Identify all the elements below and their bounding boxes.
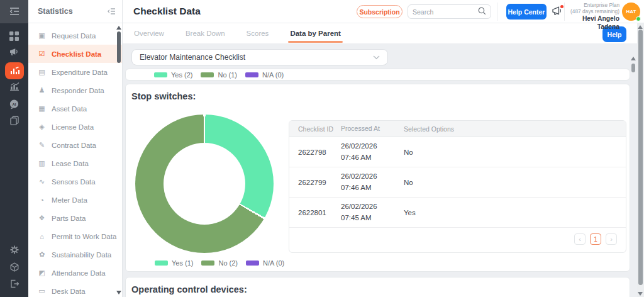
documents-icon[interactable]: [0, 116, 28, 125]
table-pagination: ‹ 1 ›: [289, 228, 626, 250]
scroll-down-arrow[interactable]: [116, 291, 121, 294]
column-selected-options: Selected Options: [399, 125, 626, 133]
sidebar-scrollbar[interactable]: [116, 23, 122, 297]
stop-switches-table: Checklist ID Processed At Selected Optio…: [289, 120, 626, 253]
cell-selected-option: No: [399, 148, 626, 156]
announcement-icon[interactable]: [0, 47, 28, 56]
sidebar-item-desk-data[interactable]: ▭Desk Data: [28, 282, 122, 297]
tab-break-down[interactable]: Break Down: [186, 24, 225, 43]
legend-swatch-yes: [155, 261, 168, 266]
content-scroll-thumb[interactable]: [631, 64, 635, 72]
sidebar-item-attendance-data[interactable]: ◩Attendance Data: [28, 264, 122, 282]
collapse-sidebar-icon[interactable]: [108, 6, 116, 17]
legend-label: N/A (0): [263, 259, 284, 267]
checklist-select[interactable]: Elevator Maintenance Checklist: [131, 49, 388, 65]
sidebar-item-label: Sustainability Data: [52, 251, 111, 259]
sidebar-item-parts-data[interactable]: ❖Parts Data: [28, 209, 122, 227]
sensor-wave-icon: ∿: [38, 177, 46, 186]
plan-name: Enterprise Plan: [565, 2, 619, 8]
legend-label: No (2): [218, 259, 238, 267]
page-scroll-thumb[interactable]: [638, 30, 643, 285]
dashboard-grid-icon[interactable]: [0, 31, 28, 41]
avatar[interactable]: HAT: [622, 3, 640, 21]
page-scrollbar[interactable]: [637, 23, 644, 297]
hard-hat-icon: ⌂: [38, 233, 46, 240]
scroll-up-arrow[interactable]: [638, 25, 643, 29]
sidebar-item-asset-data[interactable]: ▦Asset Data: [28, 99, 122, 118]
sidebar-item-license-data[interactable]: ◈License Data: [28, 118, 122, 136]
ai-assistant-icon[interactable]: AI: [0, 99, 28, 109]
sidebar-item-label: Parts Data: [52, 215, 86, 222]
table-row: 2622801 26/02/202607:45 AM Yes: [289, 198, 626, 228]
announcements-icon[interactable]: [552, 6, 563, 17]
section-title: Stop switches:: [131, 91, 196, 101]
sidebar-item-meter-data[interactable]: ◔Meter Data: [28, 191, 122, 209]
app-rail: AI: [0, 0, 28, 297]
contract-icon: ✎: [38, 141, 46, 149]
sidebar-item-label: Meter Data: [52, 196, 87, 204]
cell-selected-option: Yes: [399, 209, 626, 216]
help-center-button[interactable]: Help Center: [506, 4, 547, 20]
subscription-button[interactable]: Subscription: [357, 5, 402, 18]
content-scrollbar[interactable]: [631, 57, 636, 60]
pagination-next-button[interactable]: ›: [606, 233, 617, 245]
data-by-parent-panel: Elevator Maintenance Checklist Yes (2) N…: [123, 44, 644, 297]
sidebar-item-sensors-data[interactable]: ∿Sensors Data: [28, 172, 122, 191]
sidebar-item-label: Checklist Data: [52, 50, 101, 58]
search-icon[interactable]: [478, 6, 486, 18]
statistics-icon[interactable]: [5, 62, 24, 79]
legend-label: N/A (0): [262, 71, 284, 79]
tab-scores[interactable]: Scores: [247, 24, 269, 43]
sidebar-item-lease-data[interactable]: ▥Lease Data: [28, 154, 122, 172]
operating-control-devices-card: Operating control devices:: [125, 277, 630, 297]
sidebar-item-permit-to-work-data[interactable]: ⌂Permit to Work Data: [28, 227, 122, 245]
cell-checklist-id: 2622799: [289, 179, 341, 186]
cell-date: 26/02/2026: [341, 142, 377, 150]
cell-date: 26/02/2026: [341, 203, 377, 210]
attendance-check-icon: ◩: [38, 269, 46, 277]
cell-checklist-id: 2622801: [289, 209, 341, 216]
page-title: Checklist Data: [133, 6, 201, 17]
menu-unfold-icon[interactable]: [9, 6, 19, 18]
sidebar-item-label: License Data: [52, 123, 94, 131]
sidebar-item-expenditure-data[interactable]: ▤Expenditure Data: [28, 63, 122, 81]
tab-overview[interactable]: Overview: [134, 24, 164, 43]
sidebar-item-request-data[interactable]: ▣Request Data: [28, 26, 122, 45]
sidebar-item-sustainability-data[interactable]: ✿Sustainability Data: [28, 245, 122, 264]
cell-date: 26/02/2026: [341, 172, 377, 180]
cell-time: 07:46 AM: [341, 154, 372, 161]
statistics-sidebar: Statistics ▣Request Data ☑Checklist Data…: [28, 0, 123, 297]
scroll-down-arrow[interactable]: [638, 292, 643, 296]
sidebar-item-responder-data[interactable]: ♟Responder Data: [28, 81, 122, 99]
sidebar-item-label: Attendance Data: [52, 269, 106, 277]
integrations-cube-icon[interactable]: [0, 262, 28, 272]
lease-doc-icon: ▥: [38, 159, 46, 167]
scroll-up-arrow[interactable]: [116, 26, 121, 30]
plan-days-remaining: (487 days remaining): [565, 8, 619, 14]
search-input[interactable]: [413, 8, 478, 16]
tab-data-by-parent[interactable]: Data by Parent: [290, 24, 341, 43]
online-status-dot: [636, 16, 641, 21]
settings-gear-icon[interactable]: [0, 245, 28, 254]
sidebar-item-checklist-data[interactable]: ☑Checklist Data: [28, 45, 122, 63]
table-header-row: Checklist ID Processed At Selected Optio…: [289, 121, 626, 137]
pagination-page-1[interactable]: 1: [590, 233, 601, 245]
scroll-up-arrow[interactable]: [631, 57, 636, 60]
chevron-down-icon: [373, 53, 380, 62]
stop-switches-legend: Yes (1) No (2) N/A (0): [155, 259, 284, 267]
legend-swatch-no: [201, 72, 214, 77]
sidebar-item-label: Contract Data: [52, 142, 96, 149]
stop-switches-donut-chart[interactable]: [135, 115, 274, 253]
notification-dot: [560, 5, 564, 8]
cell-checklist-id: 2622798: [289, 148, 341, 156]
sidebar-scroll-thumb[interactable]: [117, 31, 121, 63]
logout-icon[interactable]: [0, 279, 28, 288]
user-plan-block[interactable]: Enterprise Plan (487 days remaining) Hev…: [565, 2, 619, 31]
cell-processed-at: 26/02/202607:46 AM: [341, 171, 399, 193]
analytics-icon[interactable]: [0, 82, 28, 91]
sidebar-item-contract-data[interactable]: ✎Contract Data: [28, 136, 122, 154]
request-icon: ▣: [38, 31, 46, 40]
previous-chart-legend: Yes (2) No (1) N/A (0): [154, 71, 284, 79]
pagination-prev-button[interactable]: ‹: [574, 233, 586, 245]
stop-switches-card: Stop switches: Yes (1) No (2) N/A (0) Ch…: [125, 84, 630, 272]
